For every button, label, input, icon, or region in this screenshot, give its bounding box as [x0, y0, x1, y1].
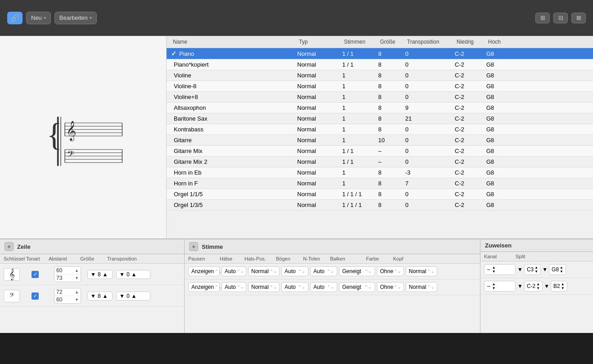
neu-label: Neu [31, 14, 42, 21]
split-high[interactable]: B2 ▲ ▼ [551, 281, 567, 292]
view-icon-3[interactable]: ⊠ [571, 13, 586, 23]
zeile-add-button[interactable]: + [5, 242, 14, 251]
row-niedrig: C-2 [455, 191, 486, 198]
sh-tonart: Tonart [26, 256, 49, 261]
table-row[interactable]: Gitarre Normal 1 10 0 C-2 G8 [167, 135, 593, 146]
balken-dropdown[interactable]: Geneigt ⌃⌄ [339, 282, 375, 292]
row-transposition: 0 [405, 50, 455, 57]
kanal-stepper[interactable]: – ▲ ▼ [484, 264, 516, 275]
row-stimmen: 1 [342, 94, 378, 100]
zeile-title-label: Zeile [17, 243, 31, 250]
row-stimmen: 1 [342, 126, 378, 133]
groesse-stepper[interactable]: ▼ 8 ▲ [87, 292, 113, 301]
stimme-title: + Stimme [185, 239, 480, 254]
balken-dropdown[interactable]: Geneigt ⌃⌄ [339, 266, 375, 276]
stimme-add-button[interactable]: + [189, 242, 198, 251]
zuweisen-title-label: Zuweisen [485, 242, 512, 249]
n-tolen-dropdown[interactable]: Auto ⌃⌄ [310, 266, 337, 276]
table-row[interactable]: Baritone Sax Normal 1 8 21 C-2 G8 [167, 113, 593, 124]
n-tolen-dropdown[interactable]: Auto ⌃⌄ [310, 282, 337, 292]
clef-selector[interactable]: 𝄞 [4, 268, 20, 281]
row-niedrig: C-2 [455, 83, 486, 90]
row-typ: Normal [297, 94, 342, 100]
neu-dropdown[interactable]: Neu ▾ [26, 12, 51, 24]
sh-hals-pos: Hals-Pos. [244, 256, 276, 261]
pausen-dropdown[interactable]: Anzeigen ⌃⌄ [188, 282, 220, 292]
row-stimmen: 1 [342, 137, 378, 144]
link-button[interactable]: 🔗 [7, 12, 23, 24]
pausen-dropdown[interactable]: Anzeigen ⌃⌄ [188, 266, 220, 276]
haelse-dropdown[interactable]: Auto ⌃⌄ [222, 266, 246, 276]
table-row[interactable]: Altsaxophon Normal 1 8 9 C-2 G8 [167, 103, 593, 113]
boegen-dropdown[interactable]: Auto ⌃⌄ [281, 266, 308, 276]
table-row[interactable]: Violine+8 Normal 1 8 0 C-2 G8 [167, 92, 593, 103]
abstand-stepper[interactable]: 60 ▲ 73 ▼ [54, 266, 81, 282]
table-row[interactable]: Piano*kopiert Normal 1 / 1 8 0 C-2 G8 [167, 59, 593, 70]
view-icon-1[interactable]: ⊞ [535, 13, 550, 23]
stimme-title-label: Stimme [202, 243, 223, 250]
tonart-checkbox[interactable]: ✓ [32, 271, 39, 278]
row-hoch: G8 [486, 148, 513, 154]
split-low[interactable]: C3 ▲ ▼ [524, 264, 541, 275]
kanal-stepper[interactable]: – ▲ ▼ [484, 281, 516, 292]
sh-n-tolen: N-Tolen [303, 256, 330, 261]
table-row[interactable]: Violine Normal 1 8 0 C-2 G8 [167, 70, 593, 81]
table-row[interactable]: ✓ Piano Normal 1 / 1 8 0 C-2 G8 [167, 48, 593, 59]
bearbeiten-dropdown[interactable]: Bearbeiten ▾ [54, 12, 97, 24]
table-row[interactable]: Orgel 1/1/5 Normal 1 / 1 / 1 8 0 C-2 G8 [167, 189, 593, 200]
kopf-dropdown[interactable]: Normal ⌃⌄ [406, 266, 437, 276]
tonart-checkbox[interactable]: ✓ [32, 292, 39, 300]
row-typ: Normal [297, 191, 342, 198]
row-hoch: G8 [486, 104, 513, 111]
transposition-stepper[interactable]: ▼ 0 ▲ [116, 270, 150, 279]
view-icon-2[interactable]: ⊟ [553, 13, 568, 23]
row-name-text: Violine-8 [174, 83, 196, 90]
row-groesse: 8 [378, 169, 405, 176]
score-preview: { 𝄞 𝄢 [0, 36, 167, 238]
row-stimmen: 1 [342, 104, 378, 111]
row-typ: Normal [297, 72, 342, 79]
row-stimmen: 1 [342, 72, 378, 79]
hals-pos-dropdown[interactable]: Normal ⌃⌄ [248, 266, 280, 276]
row-name-text: Baritone Sax [174, 115, 207, 122]
split-high[interactable]: G8 ▲ ▼ [549, 264, 566, 275]
kopf-dropdown[interactable]: Normal ⌃⌄ [406, 282, 437, 292]
transposition-stepper[interactable]: ▼ 0 ▲ [116, 292, 150, 301]
sh-farbe: Farbe [366, 256, 393, 261]
row-groesse: 8 [378, 50, 405, 57]
table-row[interactable]: Gitarre Mix Normal 1 / 1 – 0 C-2 G8 [167, 146, 593, 157]
clef-selector[interactable]: 𝄢 [4, 290, 20, 302]
boegen-dropdown[interactable]: Auto ⌃⌄ [281, 282, 308, 292]
sh-kanal: Kanal [484, 254, 516, 259]
table-row[interactable]: Gitarre Mix 2 Normal 1 / 1 – 0 C-2 G8 [167, 157, 593, 167]
table-row[interactable]: Kontrabass Normal 1 8 0 C-2 G8 [167, 124, 593, 135]
row-groesse: 10 [378, 137, 405, 144]
row-stimmen: 1 [342, 169, 378, 176]
neu-chevron: ▾ [44, 15, 46, 20]
table-row[interactable]: Horn in F Normal 1 8 7 C-2 G8 [167, 178, 593, 189]
top-bar: 🔗 Neu ▾ Bearbeiten ▾ ⊞ ⊟ ⊠ [0, 0, 593, 36]
stimme-row: Anzeigen ⌃⌄ Auto ⌃⌄ Normal ⌃⌄ Auto ⌃⌄ Au… [185, 279, 480, 295]
hals-pos-dropdown[interactable]: Normal ⌃⌄ [248, 282, 280, 292]
table-row[interactable]: Violine-8 Normal 1 8 0 C-2 G8 [167, 81, 593, 92]
split-control: ▼ C-2 ▲ ▼ ▼ B2 ▲ ▼ [517, 281, 571, 292]
table-row[interactable]: Horn in Eb Normal 1 8 -3 C-2 G8 [167, 167, 593, 178]
row-name-text: Altsaxophon [174, 104, 206, 111]
farbe-dropdown[interactable]: Ohne ⌃⌄ [377, 266, 404, 276]
row-transposition: 7 [405, 180, 455, 187]
farbe-dropdown[interactable]: Ohne ⌃⌄ [377, 282, 404, 292]
split-low[interactable]: C-2 ▲ ▼ [524, 281, 543, 292]
row-groesse: – [378, 148, 405, 154]
row-stimmen: 1 / 1 [342, 158, 378, 165]
row-typ: Normal [297, 202, 342, 208]
sh-split: Split [516, 254, 570, 259]
row-name-text: Piano [179, 50, 194, 57]
abstand-stepper[interactable]: 72 ▲ 60 ▼ [54, 288, 81, 304]
svg-text:{: { [46, 116, 62, 153]
row-name-text: Gitarre Mix 2 [174, 158, 207, 165]
table-row[interactable]: Orgel 1/3/5 Normal 1 / 1 / 1 8 0 C-2 G8 [167, 200, 593, 211]
row-niedrig: C-2 [455, 61, 486, 68]
haelse-dropdown[interactable]: Auto ⌃⌄ [222, 282, 246, 292]
row-groesse: 8 [378, 94, 405, 100]
groesse-stepper[interactable]: ▼ 8 ▲ [87, 270, 113, 279]
